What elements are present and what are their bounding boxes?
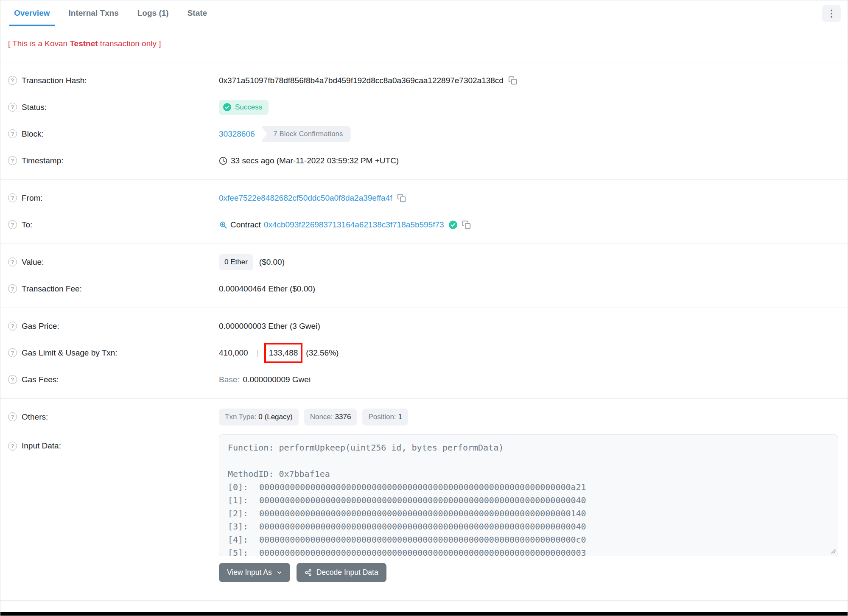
txn-type-key: Txn Type: (225, 413, 256, 421)
copy-icon[interactable] (397, 193, 406, 202)
section-addresses: ? From: 0xfee7522e8482682cf50ddc50a0f8da… (0, 179, 848, 244)
annotation-box: 133,488 (264, 343, 303, 363)
row-gas-limit-usage: ? Gas Limit & Usage by Txn: 410,000 | 13… (0, 339, 848, 366)
value-amount-badge: 0 Ether (219, 254, 253, 270)
word-hex: 0000000000000000000000000000000000000000… (259, 482, 586, 492)
gas-fees-base-label: Base: (219, 375, 240, 384)
testnet-notice: [ This is a Kovan Testnet transaction on… (0, 26, 848, 62)
notice-prefix: [ This is a Kovan (8, 39, 70, 48)
block-number-link[interactable]: 30328606 (219, 129, 255, 139)
tab-bar: Overview Internal Txns Logs (1) State ⋮ (0, 0, 848, 26)
help-icon[interactable]: ? (8, 103, 17, 112)
value-label: Value: (22, 258, 44, 267)
transaction-hash-label: Transaction Hash: (22, 76, 87, 85)
gas-used-value: 133,488 (269, 348, 298, 357)
tab-overview[interactable]: Overview (8, 0, 56, 26)
transaction-fee-value: 0.000400464 Ether ($0.00) (219, 284, 315, 294)
gas-limit-label: Gas Limit & Usage by Txn: (22, 348, 118, 358)
decode-input-data-label: Decode Input Data (316, 568, 378, 577)
input-actions: View Input As Decode Input Data (219, 563, 848, 582)
copy-icon[interactable] (508, 76, 517, 85)
input-data-label: Input Data: (22, 441, 61, 451)
word-index: [5]: (228, 546, 259, 556)
kebab-menu-icon[interactable]: ⋮ (822, 5, 841, 22)
resize-handle-icon[interactable] (830, 548, 836, 554)
gas-price-value: 0.000000003 Ether (3 Gwei) (219, 322, 320, 331)
txn-type-badge: Txn Type:0 (Legacy) (219, 409, 299, 426)
transaction-fee-label: Transaction Fee: (22, 284, 82, 294)
notice-bold: Testnet (70, 39, 98, 48)
magnifier-icon[interactable] (219, 221, 227, 229)
decode-nodes-icon (305, 569, 312, 576)
section-value: ? Value: 0 Ether ($0.00) ? Transaction F… (0, 244, 848, 308)
gas-fees-label: Gas Fees: (22, 375, 59, 384)
help-icon[interactable]: ? (8, 220, 17, 229)
word-index: [2]: (228, 507, 259, 520)
nonce-key: Nonce: (310, 413, 333, 421)
verified-check-icon (449, 221, 457, 229)
help-icon[interactable]: ? (8, 348, 17, 357)
input-data-box[interactable]: Function: performUpkeep(uint256 id, byte… (219, 434, 838, 556)
nonce-badge: Nonce:3376 (304, 409, 357, 426)
help-icon[interactable]: ? (8, 156, 17, 165)
decode-input-data-button[interactable]: Decode Input Data (297, 563, 386, 582)
row-gas-fees: ? Gas Fees: Base: 0.000000009 Gwei (0, 366, 848, 393)
row-block: ? Block: 30328606 7 Block Confirmations (0, 120, 848, 147)
word-index: [0]: (228, 481, 259, 494)
bottom-black-bar (0, 612, 848, 616)
input-word-line: [5]:000000000000000000000000000000000000… (228, 546, 829, 556)
input-word-line: [4]:000000000000000000000000000000000000… (228, 533, 829, 546)
help-icon[interactable]: ? (8, 442, 17, 451)
word-hex: 0000000000000000000000000000000000000000… (259, 495, 586, 505)
to-type: Contract (230, 220, 261, 230)
view-input-as-label: View Input As (227, 568, 272, 577)
tab-internal-txns[interactable]: Internal Txns (63, 0, 125, 26)
word-hex: 0000000000000000000000000000000000000000… (259, 521, 586, 532)
help-icon[interactable]: ? (8, 129, 17, 138)
section-others-input: ? Others: Txn Type:0 (Legacy) Nonce:3376… (0, 398, 848, 588)
input-word-line: [0]:000000000000000000000000000000000000… (228, 481, 829, 494)
to-address-link[interactable]: 0x4cb093f226983713164a62138c3f718a5b595f… (264, 220, 444, 230)
tab-state[interactable]: State (182, 0, 213, 26)
gas-limit-value: 410,000 (219, 348, 248, 358)
from-address-link[interactable]: 0xfee7522e8482682cf50ddc50a0f8da2a39effa… (219, 193, 392, 203)
section-gas: ? Gas Price: 0.000000003 Ether (3 Gwei) … (0, 308, 848, 398)
gas-price-label: Gas Price: (22, 322, 59, 331)
others-label: Others: (22, 412, 48, 422)
help-icon[interactable]: ? (8, 375, 17, 384)
row-timestamp: ? Timestamp: 33 secs ago (Mar-11-2022 03… (0, 147, 848, 174)
copy-icon[interactable] (462, 220, 471, 229)
row-value: ? Value: 0 Ether ($0.00) (0, 249, 848, 275)
help-icon[interactable]: ? (8, 322, 17, 330)
notice-suffix: transaction only ] (98, 39, 161, 48)
position-value: 1 (398, 413, 402, 421)
chevron-down-icon (277, 570, 282, 575)
tab-logs[interactable]: Logs (1) (132, 0, 175, 26)
input-word-line: [3]:000000000000000000000000000000000000… (228, 520, 829, 533)
timestamp-label: Timestamp: (22, 156, 64, 165)
view-input-as-button[interactable]: View Input As (219, 563, 290, 582)
help-icon[interactable]: ? (8, 193, 17, 202)
word-hex: 0000000000000000000000000000000000000000… (259, 535, 586, 545)
help-icon[interactable]: ? (8, 76, 17, 85)
help-icon[interactable]: ? (8, 284, 17, 293)
row-transaction-fee: ? Transaction Fee: 0.000400464 Ether ($0… (0, 275, 848, 302)
input-function-line: Function: performUpkeep(uint256 id, byte… (228, 441, 829, 454)
help-icon[interactable]: ? (8, 258, 17, 266)
row-status: ? Status: Success (0, 94, 848, 120)
help-icon[interactable]: ? (8, 412, 17, 421)
word-index: [1]: (228, 494, 259, 507)
word-hex: 0000000000000000000000000000000000000000… (259, 508, 586, 518)
status-badge-text: Success (235, 103, 262, 112)
nonce-value: 3376 (335, 413, 351, 421)
row-from: ? From: 0xfee7522e8482682cf50ddc50a0f8da… (0, 185, 848, 211)
input-methodid-line: MethodID: 0x7bbaf1ea (228, 468, 829, 481)
row-to: ? To: Contract 0x4cb093f226983713164a621… (0, 211, 848, 238)
status-label: Status: (22, 103, 47, 112)
block-label: Block: (22, 129, 44, 139)
row-gas-price: ? Gas Price: 0.000000003 Ether (3 Gwei) (0, 313, 848, 339)
check-circle-icon (223, 103, 231, 111)
row-input-data: ? Input Data: Function: performUpkeep(ui… (0, 434, 848, 556)
gas-fees-base-value: 0.000000009 Gwei (243, 375, 311, 384)
position-key: Position: (368, 413, 396, 421)
